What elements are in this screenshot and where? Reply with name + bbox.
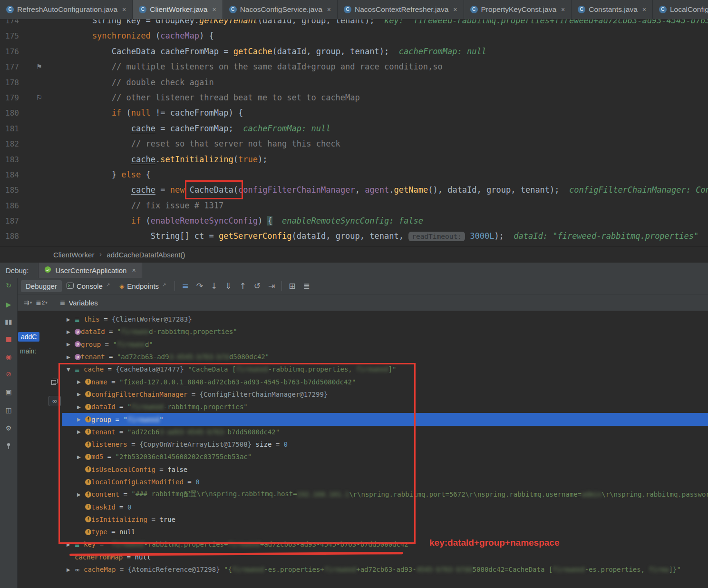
table-view-icon[interactable]: ⊞ <box>289 281 295 291</box>
variable-row[interactable]: ▶fmd5 = "2fb532036e0145608202c83755eb53a… <box>62 451 708 463</box>
line-number[interactable]: 186 <box>0 198 19 214</box>
layout-settings-icon[interactable]: ≣ <box>303 281 310 291</box>
variable-name: group <box>91 416 111 423</box>
variable-row[interactable]: ▶∞cacheMap = {AtomicReference@17298} "{f… <box>62 563 708 576</box>
line-number[interactable]: 184 <box>0 167 19 183</box>
close-session-icon[interactable]: × <box>132 266 136 274</box>
editor-tab[interactable]: CNacosConfigService.java× <box>223 0 338 19</box>
expand-arrow[interactable]: ▼ <box>67 367 75 372</box>
close-tab-icon[interactable]: × <box>642 6 646 13</box>
variable-row[interactable]: ▶fdataId = "fireweed-rabbitmq.properties… <box>62 401 708 413</box>
line-number[interactable]: 181 <box>0 121 19 137</box>
variable-row[interactable]: ftaskId = 0 <box>62 500 708 513</box>
variable-row[interactable]: ▼≣cache = {CacheData@17477} "CacheData [… <box>62 363 708 375</box>
redacted-value: fireweed <box>127 416 159 423</box>
variable-row[interactable]: ▶pgroup = "fireweed" <box>62 338 708 351</box>
close-tab-icon[interactable]: × <box>212 6 216 13</box>
variable-row[interactable]: ▶≣this = {ClientWorker@17283} <box>62 313 708 325</box>
variable-row[interactable]: ▶fcontent = "### rabbitmq配置\r\nspring.ra… <box>62 488 708 500</box>
expand-arrow[interactable]: ▶ <box>77 454 85 460</box>
variable-row[interactable]: ftype = null <box>62 526 708 538</box>
variable-row[interactable]: ▶fgroup = "fireweed" <box>62 413 708 425</box>
tab-debugger[interactable]: Debugger <box>21 280 62 292</box>
force-step-into-icon[interactable]: ⇓ <box>225 281 232 291</box>
line-number[interactable]: 179 <box>0 90 19 106</box>
pin-icon[interactable] <box>0 442 17 452</box>
variable-row[interactable]: ▶fname = "fixed-127.0.0.1_8848-ad72cb63-… <box>62 375 708 388</box>
view-breakpoints-icon[interactable]: ◉ <box>0 352 17 362</box>
bookmark-icon[interactable]: ⚐ <box>36 90 42 105</box>
breadcrumb-method[interactable]: addCacheDataIfAbsent() <box>107 251 185 259</box>
expand-arrow[interactable]: ▶ <box>77 417 85 422</box>
line-number[interactable]: 185 <box>0 183 19 198</box>
line-number[interactable]: 183 <box>0 152 19 167</box>
variable-row[interactable]: ▶fconfigFilterChainManager = {ConfigFilt… <box>62 388 708 401</box>
step-out-icon[interactable]: ↑ <box>239 281 246 291</box>
expand-arrow[interactable]: ▶ <box>67 317 75 322</box>
step-into-icon[interactable]: ↓ <box>211 281 217 291</box>
settings-icon[interactable]: ⚙ <box>0 423 17 433</box>
editor-tab[interactable]: CNacosContextRefresher.java× <box>338 0 464 19</box>
line-number[interactable]: 178 <box>0 75 19 90</box>
step-over-icon[interactable]: ↷ <box>196 281 203 291</box>
line-number[interactable]: 182 <box>0 137 19 152</box>
restore-layout-icon[interactable]: ◫ <box>0 405 17 415</box>
breadcrumb-class[interactable]: ClientWorker <box>53 251 94 259</box>
expand-arrow[interactable]: ▶ <box>77 392 85 397</box>
variable-row[interactable]: flisteners = {CopyOnWriteArrayList@17508… <box>62 438 708 451</box>
expand-arrow[interactable]: ▶ <box>77 379 85 384</box>
expand-arrow[interactable]: ▶ <box>67 329 75 334</box>
line-number[interactable]: 177 <box>0 59 19 75</box>
drop-frame-icon[interactable]: ↺ <box>254 281 261 291</box>
frames-view-icon[interactable]: ⇉▾ <box>24 299 32 306</box>
line-number[interactable]: 188 <box>0 229 19 244</box>
line-number[interactable]: 187 <box>0 214 19 229</box>
expand-arrow[interactable]: ▶ <box>67 542 75 547</box>
tab-console[interactable]: Console ↗ <box>62 280 115 292</box>
close-tab-icon[interactable]: × <box>327 6 331 13</box>
tab-variables[interactable]: ≣ Variables <box>60 299 98 307</box>
variable-row[interactable]: fisInitializing = true <box>62 513 708 526</box>
variable-row[interactable]: ▶pdataId = "fireweed-rabbitmq.properties… <box>62 325 708 338</box>
close-tab-icon[interactable]: × <box>122 6 126 13</box>
close-tab-icon[interactable]: × <box>561 6 565 13</box>
stop-icon[interactable]: ■ <box>0 334 17 343</box>
editor-tab[interactable]: CRefreshAutoConfiguration.java× <box>0 0 133 19</box>
close-tab-icon[interactable]: × <box>453 6 457 13</box>
run-to-cursor-icon[interactable]: ⇥ <box>268 281 275 291</box>
watches-icon[interactable]: ∞ <box>48 396 61 406</box>
variable-row[interactable]: flocalConfigLastModified = 0 <box>62 476 708 488</box>
line-number[interactable]: 174 <box>0 20 19 29</box>
editor-tab[interactable]: CPropertyKeyConst.java× <box>464 0 572 19</box>
variable-row[interactable]: ▶ptenant = "ad72cb63-ad93-4545-b763-b7dd… <box>62 351 708 363</box>
mute-breakpoints-icon[interactable]: ⊘ <box>0 369 17 379</box>
threads-icon[interactable]: ≣2▾ <box>36 299 47 306</box>
variable-row[interactable]: ▶≣key = "fireweed-rabbitmq.properties+fi… <box>62 538 708 550</box>
copy-stack-icon[interactable] <box>48 377 60 386</box>
pause-icon[interactable]: ▮▮ <box>0 317 17 326</box>
editor-tab[interactable]: CConstants.java× <box>572 0 653 19</box>
expand-arrow[interactable]: ▶ <box>77 492 85 497</box>
expand-arrow[interactable]: ▶ <box>67 354 75 360</box>
code-editor[interactable]: 174 String key = GroupKey.getKeyTenant(d… <box>0 20 708 246</box>
selected-frame[interactable]: addC <box>18 332 39 342</box>
expand-arrow[interactable]: ▶ <box>67 342 75 347</box>
debug-session-tab[interactable]: UserCenterApplication × <box>38 263 142 278</box>
variable-row[interactable]: ▶ftenant = "ad72cb63-ad93-4545-b763-b7dd… <box>62 426 708 438</box>
expand-arrow[interactable]: ▶ <box>67 567 75 572</box>
tab-endpoints[interactable]: ◈ Endpoints ↗ <box>115 280 171 292</box>
code-token: cache <box>131 124 155 133</box>
line-number[interactable]: 175 <box>0 29 19 44</box>
expand-arrow[interactable]: ▶ <box>77 404 85 410</box>
editor-tab[interactable]: CClientWorker.java× <box>133 0 223 19</box>
bookmark-icon[interactable]: ⚑ <box>36 59 42 74</box>
expand-arrow[interactable]: ▶ <box>77 429 85 434</box>
editor-tab[interactable]: CLocalConfig <box>653 0 708 19</box>
line-number[interactable]: 180 <box>0 106 19 121</box>
variable-row[interactable]: fisUseLocalConfig = false <box>62 463 708 476</box>
resume-icon[interactable]: ▶ <box>0 300 17 309</box>
show-execution-point-icon[interactable]: ≡ <box>182 281 188 291</box>
line-number[interactable]: 176 <box>0 44 19 59</box>
memory-snapshot-icon[interactable]: ▣ <box>0 387 17 397</box>
rerun-debug-icon[interactable]: ↻ <box>0 281 17 290</box>
